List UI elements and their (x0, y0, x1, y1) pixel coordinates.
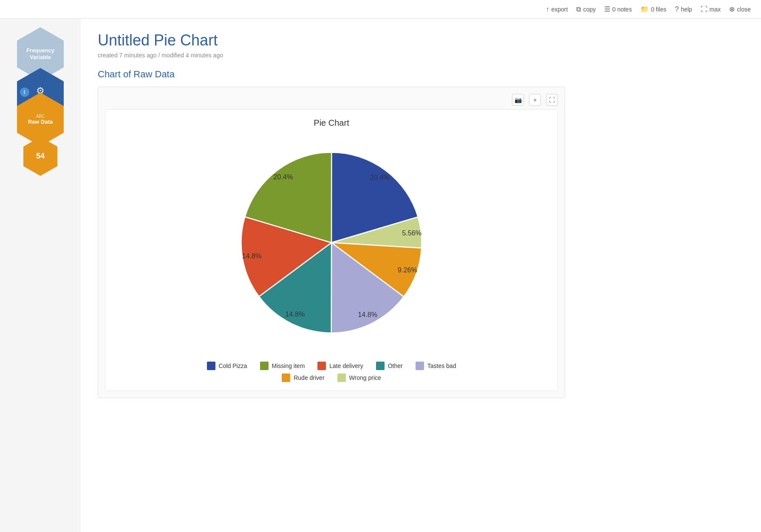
legend-item-rude-driver: Rude driver (282, 374, 324, 382)
chart-toolbar: 📷 + ⛶ (105, 94, 558, 106)
files-button[interactable]: 📁 0 files (640, 5, 667, 13)
legend-label-other: Other (388, 362, 403, 369)
copy-icon: ⧉ (576, 6, 581, 13)
abc-label: ABC (36, 114, 45, 119)
info-button[interactable]: i (20, 88, 29, 97)
legend-label-late-delivery: Late delivery (329, 362, 363, 369)
legend-item-cold-pizza: Cold Pizza (207, 362, 247, 370)
legend-color-other (376, 362, 385, 370)
screenshot-button[interactable]: 📷 (512, 94, 524, 106)
legend-label-missing-item: Missing item (272, 362, 305, 369)
legend-color-rude-driver (282, 374, 290, 382)
slice-label-late-delivery: 14.8% (242, 252, 261, 260)
chart-title: Pie Chart (314, 118, 349, 128)
legend-color-tastes-bad (416, 362, 424, 370)
export-icon: ↑ (546, 6, 549, 13)
raw-data-label: Raw Data (28, 119, 53, 125)
pie-svg: 20.4%5.56%9.26%14.8%14.8%14.8%20.4% (225, 136, 438, 349)
export-button[interactable]: ↑ export (546, 6, 568, 13)
copy-button[interactable]: ⧉ copy (576, 6, 596, 13)
frequency-label: FrequencyVariable (26, 47, 54, 60)
close-button[interactable]: ⊗ close (729, 5, 751, 13)
close-label: close (737, 6, 751, 13)
export-label: export (551, 6, 568, 13)
max-icon: ⛶ (701, 6, 707, 13)
expand-button[interactable]: ⛶ (546, 94, 558, 106)
notes-button[interactable]: ☰ 0 notes (604, 5, 632, 13)
help-label: help (681, 6, 692, 13)
sidebar: FrequencyVariable ⚙ Pie Chart i ABC Raw … (0, 19, 81, 532)
legend-label-tastes-bad: Tastes bad (427, 362, 456, 369)
add-button[interactable]: + (529, 94, 541, 106)
notes-icon: ☰ (604, 5, 610, 13)
chart-section-title: Chart of Raw Data (98, 69, 744, 80)
count-hex: 54 (23, 137, 57, 176)
count-label: 54 (36, 152, 45, 161)
legend-color-late-delivery (317, 362, 326, 370)
pie-and-legend: 20.4%5.56%9.26%14.8%14.8%14.8%20.4% Cold… (114, 136, 549, 382)
content-area: Untitled Pie Chart created 7 minutes ago… (81, 19, 761, 532)
legend: Cold PizzaMissing itemLate deliveryOther… (183, 362, 480, 382)
page-title: Untitled Pie Chart (98, 31, 744, 49)
max-button[interactable]: ⛶ max (701, 6, 721, 13)
legend-item-wrong-price: Wrong price (337, 374, 381, 382)
files-label: 0 files (651, 6, 667, 13)
legend-color-missing-item (260, 362, 269, 370)
close-icon: ⊗ (729, 5, 735, 13)
toolbar: ↑ export ⧉ copy ☰ 0 notes 📁 0 files ? he… (0, 0, 761, 19)
legend-color-cold-pizza (207, 362, 215, 370)
chart-container: 📷 + ⛶ Pie Chart 20.4%5.56%9.26%14.8%14.8… (98, 87, 565, 398)
legend-item-late-delivery: Late delivery (317, 362, 363, 370)
legend-label-cold-pizza: Cold Pizza (219, 362, 247, 369)
slice-label-missing-item: 20.4% (273, 173, 293, 181)
legend-item-missing-item: Missing item (260, 362, 305, 370)
hex-group: FrequencyVariable ⚙ Pie Chart i ABC Raw … (17, 27, 64, 176)
help-icon: ? (675, 6, 679, 13)
files-icon: 📁 (640, 5, 649, 13)
max-label: max (710, 6, 721, 13)
main-area: FrequencyVariable ⚙ Pie Chart i ABC Raw … (0, 19, 761, 532)
slice-label-tastes-bad: 14.8% (358, 311, 377, 318)
slice-label-cold-pizza: 20.4% (370, 173, 390, 181)
legend-color-wrong-price (337, 374, 346, 382)
notes-label: 0 notes (612, 6, 632, 13)
pie-chart[interactable]: 20.4%5.56%9.26%14.8%14.8%14.8%20.4% (225, 136, 438, 349)
slice-label-wrong-price: 5.56% (402, 229, 422, 237)
help-button[interactable]: ? help (675, 6, 692, 13)
legend-item-other: Other (376, 362, 403, 370)
slice-label-other: 14.8% (285, 310, 305, 318)
slice-label-rude-driver: 9.26% (398, 266, 417, 274)
legend-item-tastes-bad: Tastes bad (416, 362, 456, 370)
copy-label: copy (583, 6, 596, 13)
page-subtitle: created 7 minutes ago / modified 4 minut… (98, 52, 744, 59)
legend-label-wrong-price: Wrong price (349, 374, 381, 381)
chart-inner: Pie Chart 20.4%5.56%9.26%14.8%14.8%14.8%… (105, 109, 558, 391)
legend-label-rude-driver: Rude driver (294, 374, 324, 381)
